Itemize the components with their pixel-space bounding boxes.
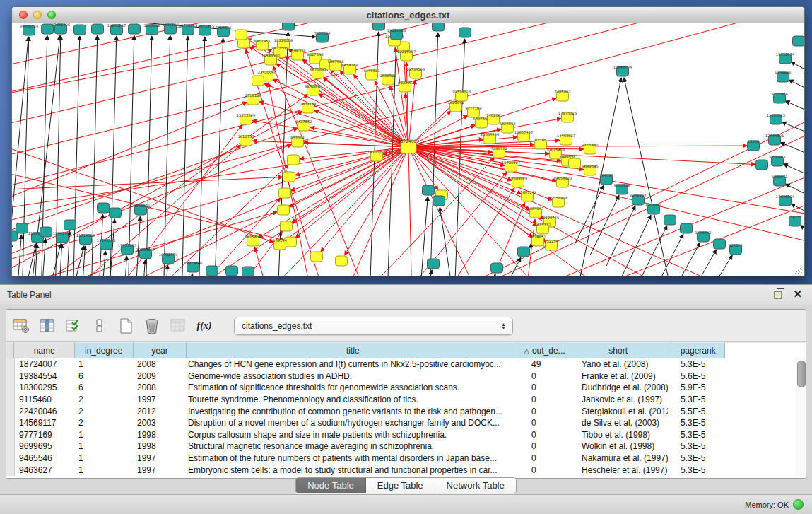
citation-node-yellow[interactable] <box>235 30 247 40</box>
citation-edge-black[interactable] <box>785 101 804 117</box>
citation-edge-red[interactable] <box>264 83 408 147</box>
tab-edge-table[interactable]: Edge Table <box>366 478 435 493</box>
citation-node-yellow[interactable] <box>288 155 300 165</box>
citation-edge-black[interactable] <box>124 256 126 276</box>
citation-edge-black[interactable] <box>782 122 804 139</box>
citation-node-teal[interactable] <box>373 23 385 30</box>
citation-node-teal[interactable] <box>16 223 28 233</box>
table-row[interactable]: 911546021997Tourette syndrome. Phenomeno… <box>6 394 796 406</box>
table-row[interactable]: 946362711997Embryonic stem cells: a mode… <box>6 464 796 476</box>
network-window-titlebar[interactable]: citations_edges.txt <box>12 7 804 23</box>
citation-node-yellow[interactable] <box>569 158 581 168</box>
citation-edge-black[interactable] <box>128 35 134 276</box>
citation-node-teal[interactable] <box>518 247 530 257</box>
citation-node-yellow[interactable] <box>311 252 323 262</box>
citation-edge-black[interactable] <box>624 78 673 276</box>
citation-edge-black[interactable] <box>182 36 188 276</box>
citation-node-yellow[interactable] <box>336 256 348 266</box>
citation-node-teal[interactable] <box>129 24 141 34</box>
citation-edge-red[interactable] <box>16 94 308 276</box>
citation-node-yellow[interactable] <box>279 188 291 198</box>
citation-node-teal[interactable] <box>433 196 445 206</box>
citation-node-teal[interactable] <box>40 227 52 237</box>
citation-node-teal[interactable] <box>459 28 471 37</box>
table-row[interactable]: 946554611997Estimation of the future num… <box>6 452 796 465</box>
citation-edge-red[interactable] <box>341 147 408 276</box>
citation-node-teal[interactable] <box>206 266 218 276</box>
citation-edge-black[interactable] <box>142 260 145 276</box>
table-row[interactable]: 969969511998Structural magnetic resonanc… <box>6 440 796 452</box>
close-panel-icon[interactable]: ✕ <box>793 289 802 299</box>
edit-columns-icon[interactable] <box>64 317 83 335</box>
column-header-out-de-[interactable]: △out_de... <box>519 342 565 358</box>
citation-edge-black[interactable] <box>440 207 454 276</box>
table-row[interactable]: 1938455462009Genome-wide association stu… <box>6 370 796 382</box>
citation-edge-black[interactable] <box>804 45 804 57</box>
citation-edge-red[interactable] <box>398 172 507 276</box>
tab-node-table[interactable]: Node Table <box>296 478 366 493</box>
citation-edge-black[interactable] <box>419 197 428 276</box>
citation-node-teal[interactable] <box>283 23 295 30</box>
citation-node-teal[interactable] <box>64 220 76 230</box>
citation-edge-red[interactable] <box>12 128 274 243</box>
table-selector-dropdown[interactable]: citations_edges.txt ▲▼ <box>234 317 513 335</box>
citation-network-graph[interactable]: 1872400718300295896012389129551822605898… <box>12 23 804 276</box>
citation-node-teal[interactable] <box>681 223 693 233</box>
table-row[interactable]: 977716911998Corpus callosum shape and si… <box>6 429 796 441</box>
citation-edge-red[interactable] <box>12 23 737 202</box>
citation-edge-black[interactable] <box>16 235 21 276</box>
delete-column-icon[interactable] <box>143 317 161 335</box>
column-header-short[interactable]: short <box>565 342 671 358</box>
table-scrollbar[interactable] <box>796 358 806 478</box>
citation-edge-black[interactable] <box>81 246 85 276</box>
citation-edge-red[interactable] <box>254 247 271 276</box>
resize-grip[interactable] <box>795 267 802 274</box>
citation-node-teal[interactable] <box>98 203 110 213</box>
citation-node-teal[interactable] <box>92 24 104 34</box>
citation-edge-black[interactable] <box>800 225 804 241</box>
citation-edge-black[interactable] <box>702 255 732 276</box>
float-panel-icon[interactable] <box>774 288 784 299</box>
citation-edge-red[interactable] <box>440 188 514 276</box>
citation-edge-red[interactable] <box>426 114 804 276</box>
citation-edge-black[interactable] <box>789 80 804 96</box>
column-header-in-degree[interactable]: in_degree <box>75 342 134 358</box>
citation-node-teal[interactable] <box>423 185 435 195</box>
network-canvas[interactable]: 1872400718300295896012389129551822605898… <box>12 23 804 276</box>
citation-node-teal[interactable] <box>664 215 676 225</box>
citation-edge-red[interactable] <box>408 147 804 245</box>
citation-node-teal[interactable] <box>74 25 86 35</box>
row-mode-icon[interactable] <box>90 317 109 335</box>
citation-node-teal[interactable] <box>714 239 726 249</box>
citation-edge-red[interactable] <box>321 147 408 252</box>
citation-node-teal[interactable] <box>433 23 445 31</box>
citation-edge-black[interactable] <box>199 37 205 276</box>
new-column-icon[interactable] <box>117 317 135 335</box>
citation-edge-red[interactable] <box>408 147 412 276</box>
citation-edge-black[interactable] <box>791 62 804 78</box>
citation-node-yellow[interactable] <box>281 221 293 231</box>
citation-edge-black[interactable] <box>69 246 84 276</box>
citation-node-teal[interactable] <box>428 259 440 269</box>
citation-node-teal[interactable] <box>110 208 122 218</box>
citation-edge-red[interactable] <box>323 78 408 147</box>
citation-edge-red[interactable] <box>295 147 408 238</box>
column-header-year[interactable]: year <box>134 342 187 358</box>
citation-edge-black[interactable] <box>146 36 152 276</box>
citation-node-teal[interactable] <box>756 160 768 170</box>
column-header-pagerank[interactable]: pagerank <box>671 342 725 358</box>
table-row[interactable]: 1456911722003Disruption of a novel membe… <box>6 417 796 429</box>
citation-edge-red[interactable] <box>12 111 302 276</box>
citation-edge-red[interactable] <box>408 147 556 181</box>
citation-node-teal[interactable] <box>793 36 805 46</box>
citation-edge-red[interactable] <box>12 128 298 248</box>
citation-node-yellow[interactable] <box>278 205 290 215</box>
table-settings-icon[interactable] <box>12 317 30 335</box>
table-row[interactable]: 1830029562008Estimation of significance … <box>6 382 796 394</box>
citation-edge-red[interactable] <box>483 202 525 276</box>
citation-edge-black[interactable] <box>670 243 700 276</box>
function-builder-icon[interactable]: f(x) <box>195 317 213 335</box>
column-header-name[interactable]: name <box>14 342 74 358</box>
show-columns-icon[interactable] <box>38 317 57 335</box>
column-header-title[interactable]: title <box>187 342 519 358</box>
